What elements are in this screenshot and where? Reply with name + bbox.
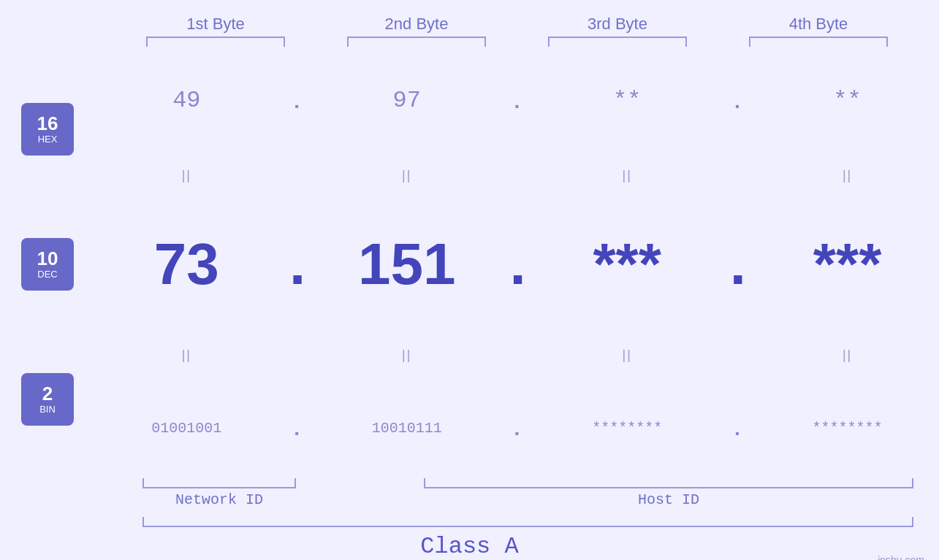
hex-value-1: 49 — [172, 87, 200, 114]
host-id-label: Host ID — [424, 491, 913, 508]
bin-sep-1: . — [289, 418, 304, 441]
hex-value-4: ** — [833, 87, 861, 114]
hex-cell-1: 49 — [106, 87, 267, 114]
dec-cell-1: 73 — [106, 235, 267, 294]
bin-row: 01001001 . 10010111 . ******** . *******… — [95, 415, 939, 441]
bin-value-2: 10010111 — [372, 420, 442, 437]
pipe2-icon-4: || — [843, 348, 852, 362]
eq2-cell-1: || — [106, 345, 267, 364]
host-bracket — [424, 478, 913, 488]
hex-sep-1: . — [289, 91, 304, 114]
hex-cell-3: ** — [547, 87, 707, 114]
pipe2-icon-2: || — [402, 348, 411, 362]
pipe2-icon-1: || — [182, 348, 191, 362]
badge-column: 16 HEX 10 DEC 2 BIN — [0, 54, 95, 474]
header-row: 1st Byte 2nd Byte 3rd Byte 4th Byte — [115, 15, 919, 34]
dec-value-1: 73 — [154, 235, 219, 294]
bracket-1 — [146, 37, 285, 47]
class-label: Class A — [0, 533, 939, 560]
bin-cell-1: 01001001 — [106, 420, 267, 437]
dec-sep-2: . — [509, 235, 524, 294]
pipe-icon-1: || — [182, 168, 191, 183]
hex-sep-3: . — [730, 91, 745, 114]
dec-value-4: *** — [813, 235, 881, 294]
bin-value-3: ******** — [592, 420, 662, 437]
bin-cell-3: ******** — [547, 420, 707, 437]
equals-row-1: || || || || — [95, 165, 939, 184]
dec-cell-4: *** — [767, 235, 928, 294]
hex-value-3: ** — [613, 87, 641, 114]
hex-badge-label: HEX — [38, 134, 58, 145]
dec-badge-label: DEC — [37, 269, 57, 280]
main-container: 1st Byte 2nd Byte 3rd Byte 4th Byte 16 H… — [0, 0, 939, 560]
hex-badge: 16 HEX — [21, 103, 74, 156]
eq2-cell-3: || — [547, 345, 707, 364]
eq-cell-2: || — [327, 165, 487, 184]
bin-badge: 2 BIN — [21, 373, 74, 426]
bin-sep-2: . — [509, 418, 524, 441]
eq2-cell-2: || — [327, 345, 487, 364]
network-bracket — [142, 478, 296, 488]
dec-value-3: *** — [593, 235, 661, 294]
bracket-2 — [347, 37, 486, 47]
eq-cell-4: || — [767, 165, 928, 184]
top-brackets — [115, 37, 919, 47]
bin-badge-number: 2 — [42, 383, 53, 404]
bin-badge-label: BIN — [39, 404, 56, 415]
bottom-inner-brackets — [142, 478, 913, 488]
bracket-3 — [548, 37, 687, 47]
bin-value-1: 01001001 — [151, 420, 221, 437]
bin-cell-2: 10010111 — [327, 420, 487, 437]
hex-cell-4: ** — [767, 87, 928, 114]
dec-value-2: 151 — [358, 235, 455, 294]
bin-value-4: ******** — [813, 420, 883, 437]
watermark: ipshu.com — [878, 554, 924, 560]
rows-area: 49 . 97 . ** . ** || — [95, 54, 939, 474]
network-id-label: Network ID — [142, 491, 296, 508]
hex-cell-2: 97 — [327, 87, 487, 114]
hex-value-2: 97 — [393, 87, 421, 114]
byte4-label: 4th Byte — [738, 15, 899, 34]
dec-sep-3: . — [730, 235, 745, 294]
pipe2-icon-3: || — [622, 348, 631, 362]
hex-row: 49 . 97 . ** . ** — [95, 87, 939, 114]
bracket-4 — [749, 37, 888, 47]
bottom-section: Network ID Host ID Class A ipshu.com — [0, 474, 939, 560]
dec-cell-2: 151 — [327, 235, 487, 294]
dec-cell-3: *** — [547, 235, 707, 294]
bin-cell-4: ******** — [767, 420, 928, 437]
dec-sep-1: . — [289, 235, 304, 294]
pipe-icon-3: || — [622, 168, 631, 183]
byte2-label: 2nd Byte — [336, 15, 497, 34]
outer-bracket — [142, 517, 913, 527]
hex-badge-number: 16 — [37, 113, 58, 134]
dec-badge-number: 10 — [37, 248, 58, 269]
byte1-label: 1st Byte — [135, 15, 296, 34]
dec-row: 73 . 151 . *** . *** — [95, 235, 939, 294]
pipe-icon-2: || — [402, 168, 411, 183]
bottom-inner-labels: Network ID Host ID — [142, 491, 913, 508]
byte3-label: 3rd Byte — [537, 15, 698, 34]
eq-cell-3: || — [547, 165, 707, 184]
pipe-icon-4: || — [843, 168, 852, 183]
dec-badge: 10 DEC — [21, 238, 74, 291]
eq2-cell-4: || — [767, 345, 928, 364]
main-content: 16 HEX 10 DEC 2 BIN 49 . 97 — [0, 54, 939, 474]
eq-cell-1: || — [106, 165, 267, 184]
hex-sep-2: . — [509, 91, 524, 114]
bin-sep-3: . — [730, 418, 745, 441]
equals-row-2: || || || || — [95, 345, 939, 364]
